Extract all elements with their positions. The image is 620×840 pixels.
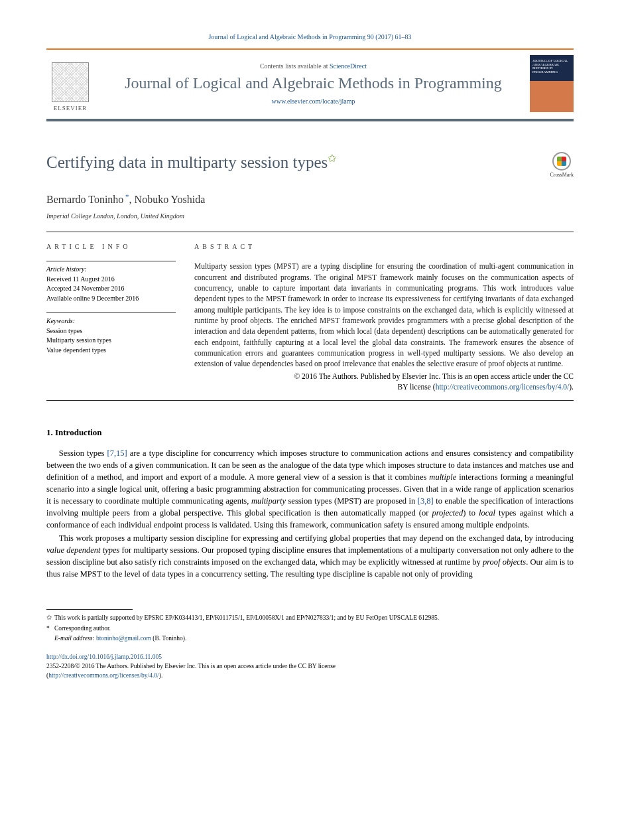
- footnote-corresponding: *Corresponding author.: [46, 624, 574, 634]
- email-author-name: (B. Toninho).: [151, 635, 187, 642]
- doi-link[interactable]: http://dx.doi.org/10.1016/j.jlamp.2016.1…: [46, 654, 162, 660]
- abstract-heading: abstract: [194, 243, 574, 250]
- footnote-corresponding-text: Corresponding author.: [54, 625, 111, 632]
- journal-name: Journal of Logical and Algebraic Methods…: [105, 74, 522, 93]
- copyright-line: © 2016 The Authors. Published by Elsevie…: [194, 371, 574, 392]
- copyright-text-2a: BY license (: [398, 383, 436, 391]
- history-label: Article history:: [46, 265, 176, 275]
- corresponding-marker: *: [123, 192, 129, 200]
- title-footnote-marker: ✩: [328, 153, 336, 164]
- journal-cover-text: JOURNAL OF LOGICAL AND ALGEBRAIC METHODS…: [532, 59, 571, 74]
- article-history-block: Article history: Received 11 August 2016…: [46, 261, 176, 303]
- article-info-heading: article info: [46, 243, 176, 250]
- p1-emph: multiparty: [251, 496, 286, 506]
- citation-ref[interactable]: [7,15]: [107, 449, 127, 458]
- crossmark-label: CrossMark: [550, 172, 574, 178]
- online-date: Available online 9 December 2016: [46, 294, 176, 304]
- footnote-marker-star: ✩: [46, 614, 54, 623]
- page: Journal of Logical and Algebraic Methods…: [0, 0, 620, 707]
- header-center: Contents lists available at ScienceDirec…: [105, 62, 522, 105]
- p1-emph: multiple: [429, 472, 456, 482]
- doi-block: http://dx.doi.org/10.1016/j.jlamp.2016.1…: [46, 653, 574, 680]
- license-paren-close: ).: [159, 672, 163, 679]
- p1-text: session types (MPST) are proposed in: [286, 496, 418, 506]
- elsevier-logo: ELSEVIER: [46, 56, 94, 111]
- elsevier-tree-icon: [52, 62, 89, 102]
- keywords-label: Keywords:: [46, 316, 176, 326]
- p2-emph: value dependent types: [46, 545, 119, 555]
- sciencedirect-link[interactable]: ScienceDirect: [330, 62, 367, 70]
- contents-lists-line: Contents lists available at ScienceDirec…: [105, 62, 522, 70]
- abstract-column: abstract Multiparty session types (MPST)…: [194, 243, 574, 391]
- top-citation: Journal of Logical and Algebraic Methods…: [46, 33, 574, 40]
- issn-copyright-line: 2352-2208/© 2016 The Authors. Published …: [46, 663, 336, 669]
- intro-paragraph-1: Session types [7,15] are a type discipli…: [46, 447, 574, 531]
- footnote-marker-asterisk: *: [46, 624, 54, 634]
- author-names: Bernardo Toninho: [46, 194, 123, 205]
- p1-emph: local: [479, 508, 495, 518]
- p1-text: ) to: [463, 508, 479, 518]
- p2-text: This work proposes a multiparty session …: [59, 533, 574, 543]
- info-separator-bottom: [46, 400, 574, 401]
- title-row: Certifying data in multiparty session ty…: [46, 152, 574, 178]
- accepted-date: Accepted 24 November 2016: [46, 284, 176, 294]
- p1-emph: projected: [432, 508, 463, 518]
- copyright-text-2b: ).: [569, 383, 574, 391]
- affiliation: Imperial College London, London, United …: [46, 212, 574, 220]
- keywords-block: Keywords: Session types Multiparty sessi…: [46, 313, 176, 355]
- keyword: Value dependent types: [46, 346, 176, 356]
- keyword: Multiparty session types: [46, 336, 176, 346]
- email-label: E-mail address:: [54, 635, 95, 642]
- abstract-text: Multiparty session types (MPST) are a ty…: [194, 261, 574, 369]
- citation-ref[interactable]: [3,8]: [418, 496, 434, 506]
- authors-line: Bernardo Toninho *, Nobuko Yoshida: [46, 192, 574, 206]
- crossmark-badge[interactable]: CrossMark: [550, 152, 574, 178]
- article-title: Certifying data in multiparty session ty…: [46, 152, 336, 172]
- author-email-link[interactable]: btoninho@gmail.com: [96, 635, 151, 642]
- info-abstract-row: article info Article history: Received 1…: [46, 243, 574, 391]
- author-sep: , Nobuko Yoshida: [129, 194, 206, 205]
- footnote-email: E-mail address: btoninho@gmail.com (B. T…: [46, 634, 574, 644]
- cc-license-link[interactable]: http://creativecommons.org/licenses/by/4…: [436, 383, 570, 391]
- journal-header: ELSEVIER Contents lists available at Sci…: [46, 50, 574, 121]
- keyword: Session types: [46, 326, 176, 336]
- received-date: Received 11 August 2016: [46, 275, 176, 285]
- footnote-separator: [46, 609, 133, 610]
- cc-license-link-footer[interactable]: http://creativecommons.org/licenses/by/4…: [48, 672, 159, 679]
- article-info-column: article info Article history: Received 1…: [46, 243, 176, 391]
- journal-cover-thumbnail: JOURNAL OF LOGICAL AND ALGEBRAIC METHODS…: [530, 55, 574, 112]
- section-1-heading: 1. Introduction: [46, 427, 574, 438]
- elsevier-wordmark: ELSEVIER: [54, 105, 88, 111]
- p2-emph: proof objects: [483, 557, 526, 567]
- footnote-funding: ✩This work is partially supported by EPS…: [46, 614, 574, 623]
- footnote-funding-text: This work is partially supported by EPSR…: [54, 614, 439, 621]
- title-text: Certifying data in multiparty session ty…: [46, 153, 328, 171]
- intro-paragraph-2: This work proposes a multiparty session …: [46, 532, 574, 580]
- p1-text: Session types: [59, 449, 107, 458]
- crossmark-icon: [552, 152, 571, 171]
- copyright-text-1: © 2016 The Authors. Published by Elsevie…: [294, 372, 574, 380]
- info-separator-top: [46, 232, 574, 232]
- contents-prefix: Contents lists available at: [260, 62, 330, 70]
- journal-homepage-link[interactable]: www.elsevier.com/locate/jlamp: [105, 98, 522, 105]
